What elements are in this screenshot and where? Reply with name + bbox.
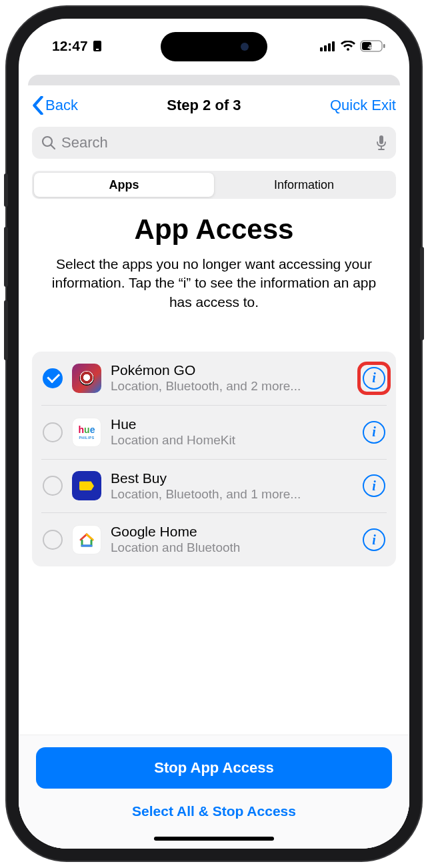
volume-down-button [4,300,8,360]
search-bar[interactable]: Search [32,127,396,159]
screen: 12:47 48 Back Step 2 of 3 Quick Exit [19,19,409,849]
app-name: Pokémon GO [111,362,353,378]
cellular-icon [320,41,336,51]
app-name: Hue [111,416,353,432]
nav-title: Step 2 of 3 [167,97,241,114]
footer: Stop App Access Select All & Stop Access [19,735,409,849]
app-row[interactable]: Google HomeLocation and Bluetoothi [41,513,387,566]
nav-bar: Back Step 2 of 3 Quick Exit [19,85,409,121]
wifi-icon [341,41,355,51]
app-text: HueLocation and HomeKit [111,416,353,448]
phone-frame: 12:47 48 Back Step 2 of 3 Quick Exit [7,7,421,861]
mic-icon[interactable] [376,135,387,151]
sheet: Back Step 2 of 3 Quick Exit Search Apps … [19,85,409,849]
back-label: Back [45,97,78,114]
content: App Access Select the apps you no longer… [19,209,409,735]
svg-line-11 [51,145,55,149]
svg-rect-2 [320,47,323,51]
location-indicator-icon [92,40,103,52]
app-text: Pokémon GOLocation, Bluetooth, and 2 mor… [111,362,353,394]
app-list: Pokémon GOLocation, Bluetooth, and 2 mor… [32,352,396,566]
app-permissions: Location, Bluetooth, and 2 more... [111,378,353,394]
tab-apps[interactable]: Apps [34,173,214,197]
battery-icon: 48 [360,40,385,52]
svg-rect-8 [383,44,385,48]
volume-up-button [4,227,8,287]
app-icon [72,364,101,393]
checkbox[interactable] [43,368,63,388]
home-indicator[interactable] [154,837,274,841]
quick-exit-button[interactable]: Quick Exit [330,97,396,114]
search-icon [41,135,56,150]
app-permissions: Location and HomeKit [111,432,353,448]
svg-rect-12 [379,135,383,144]
app-row[interactable]: Best BuyLocation, Bluetooth, and 1 more.… [41,460,387,514]
power-button [420,247,424,340]
svg-rect-5 [332,41,335,51]
app-permissions: Location, Bluetooth, and 1 more... [111,486,353,502]
info-icon[interactable]: i [363,474,385,497]
checkbox[interactable] [43,422,63,442]
app-icon: huePHILIPS [72,418,101,447]
app-icon [72,471,101,500]
app-row[interactable]: Pokémon GOLocation, Bluetooth, and 2 mor… [41,352,387,406]
svg-text:48: 48 [368,43,376,51]
tab-information[interactable]: Information [214,173,394,197]
highlight-box [357,362,391,395]
status-time: 12:47 [52,38,88,54]
app-text: Google HomeLocation and Bluetooth [111,524,353,556]
svg-rect-4 [328,43,331,51]
stop-app-access-button[interactable]: Stop App Access [36,747,392,789]
info-icon[interactable]: i [363,421,385,444]
app-row[interactable]: huePHILIPSHueLocation and HomeKiti [41,406,387,460]
info-icon[interactable]: i [363,528,385,551]
dynamic-island [161,32,267,61]
checkbox[interactable] [43,476,63,496]
app-icon [72,525,101,554]
search-placeholder: Search [61,134,108,151]
chevron-left-icon [32,96,44,115]
checkbox[interactable] [43,530,63,550]
page-title: App Access [32,213,396,246]
back-button[interactable]: Back [32,96,78,115]
app-text: Best BuyLocation, Bluetooth, and 1 more.… [111,470,353,502]
app-permissions: Location and Bluetooth [111,540,353,556]
app-name: Google Home [111,524,353,540]
select-all-stop-button[interactable]: Select All & Stop Access [36,803,392,819]
segmented-control: Apps Information [32,171,396,199]
info-icon[interactable]: i [363,367,385,390]
svg-rect-3 [324,45,327,51]
svg-rect-1 [96,49,99,50]
page-description: Select the apps you no longer want acces… [32,255,396,312]
side-button [4,173,8,207]
app-name: Best Buy [111,470,353,486]
